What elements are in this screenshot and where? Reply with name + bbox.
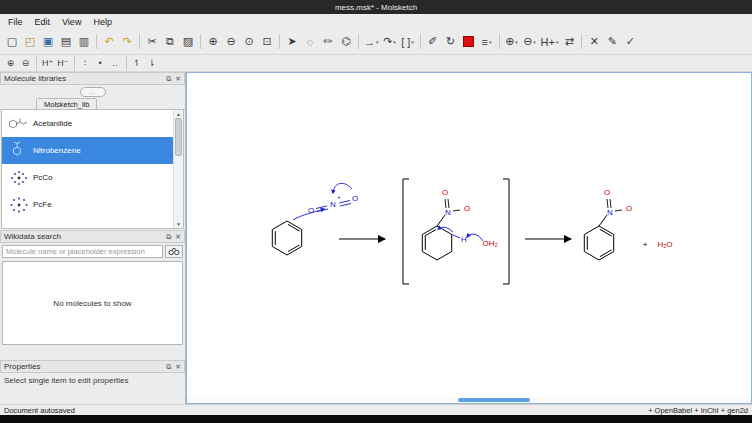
list-item-pcco[interactable]: PcCo (2, 164, 183, 191)
cleanup-tool-icon: ✓ (626, 35, 635, 48)
dropdown-caret-icon: ▾ (376, 39, 379, 45)
atom-label-nitrogen: N (330, 200, 336, 209)
radical-electron-button[interactable]: • (93, 56, 108, 70)
remove-hydrogen-button[interactable]: H⁻ (55, 56, 70, 70)
menu-edit[interactable]: Edit (29, 16, 57, 28)
ring-tool-button[interactable]: ⌬ (337, 32, 355, 52)
export-image-button[interactable]: ▤ (57, 32, 75, 52)
hydrogen-add-icon: H+ (541, 36, 555, 48)
list-item-nitrobenzene[interactable]: Nitrobenzene (2, 137, 183, 164)
new-document-button[interactable]: ▢ (3, 32, 21, 52)
add-hydrogen-button[interactable]: H⁺ (40, 56, 55, 70)
save-document-icon: ▣ (43, 35, 53, 48)
line-width-button[interactable]: ≡▾ (478, 32, 496, 52)
float-panel-icon[interactable]: ⧉ (166, 75, 171, 83)
delete-tool-button[interactable]: ✕ (585, 32, 603, 52)
charge-plus-icon: ⊕ (505, 35, 514, 48)
float-panel-icon[interactable]: ⧉ (166, 233, 171, 241)
mechanism-tool-button[interactable]: ✐ (424, 32, 442, 52)
save-document-button[interactable]: ▣ (39, 32, 57, 52)
open-document-icon: ◰ (25, 35, 35, 48)
draw-tool-button[interactable]: ✏ (319, 32, 337, 52)
diradical-button[interactable]: ‥ (108, 56, 123, 70)
bracket-tool-button[interactable]: [ ]▾ (399, 32, 417, 52)
menu-help[interactable]: Help (87, 16, 118, 28)
cut-button[interactable]: ✂ (143, 32, 161, 52)
float-panel-icon[interactable]: ⧉ (166, 363, 171, 371)
drawing-canvas[interactable]: N + O O (187, 73, 751, 397)
properties-header: Properties ⧉ ✕ (0, 360, 185, 373)
library-button-row: … (0, 85, 185, 98)
toolbar-separator (126, 56, 127, 71)
decrease-charge-button[interactable]: ⊖ (18, 56, 33, 70)
library-list: Acetanilide Nitrobenzene (1, 110, 184, 229)
spin-up-icon: ↿ (133, 58, 141, 68)
close-panel-icon[interactable]: ✕ (175, 363, 181, 371)
lone-pair-icon: ∶ (84, 58, 86, 68)
title-bar[interactable]: mess.msk* - Molsketch (0, 0, 752, 14)
paste-button[interactable]: ▨ (179, 32, 197, 52)
select-tool-button[interactable]: ➤ (283, 32, 301, 52)
optimize-structure-button[interactable]: ↻ (442, 32, 460, 52)
scrollbar-thumb[interactable] (458, 398, 530, 402)
charge-minus-button[interactable]: ⊖▾ (521, 32, 539, 52)
flip-tool-button[interactable]: ⇄ (560, 32, 578, 52)
cleanup-tool-button[interactable]: ✓ (621, 32, 639, 52)
molsketch-window: mess.msk* - Molsketch File Edit View Hel… (0, 0, 752, 423)
hydrogen-add-button[interactable]: H+▾ (539, 32, 561, 52)
atom-label-oxygen: O (626, 204, 632, 213)
edit-tool-button[interactable]: ✎ (603, 32, 621, 52)
scroll-up-icon[interactable]: ▲ (176, 110, 181, 118)
wikidata-search-button[interactable] (165, 245, 183, 258)
library-list-scrollbar[interactable]: ▲ ▼ (173, 110, 183, 228)
dropdown-caret-icon: ▾ (533, 39, 536, 45)
zoom-original-icon: ⊙ (244, 35, 253, 48)
arrow-tool-button[interactable]: →▾ (362, 32, 381, 52)
zoom-out-button[interactable]: ⊖ (222, 32, 240, 52)
charge-plus-button[interactable]: ⊕▾ (503, 32, 521, 52)
scrollbar-thumb[interactable] (175, 118, 182, 156)
wikidata-search-panel: Wikidata search ⧉ ✕ No molecul (0, 230, 185, 360)
decrease-charge-icon: ⊖ (22, 58, 30, 68)
copy-button[interactable]: ⧉ (161, 32, 179, 52)
list-item-pcfe[interactable]: PcFe (2, 191, 183, 218)
list-item-acetanilide[interactable]: Acetanilide (2, 110, 183, 137)
zoom-original-button[interactable]: ⊙ (240, 32, 258, 52)
tab-molsketch-lib[interactable]: Molsketch_lib (36, 98, 97, 109)
zoom-fit-button[interactable]: ⊡ (258, 32, 276, 52)
status-plugins: + OpenBabel + InChI + gen2d (648, 406, 748, 415)
empty-results-message: No molecules to show (53, 299, 131, 308)
wikidata-search-input[interactable] (2, 245, 163, 258)
optimize-structure-icon: ↻ (446, 35, 455, 48)
export-image-icon: ▤ (61, 35, 71, 48)
color-swatch-button[interactable] (460, 32, 478, 52)
close-panel-icon[interactable]: ✕ (175, 75, 181, 83)
spin-down-icon: ⇂ (148, 58, 156, 68)
canvas-horizontal-scrollbar[interactable] (187, 397, 751, 403)
molecule-thumbnail (5, 166, 33, 190)
toolbar-separator (200, 34, 201, 49)
menu-view[interactable]: View (56, 16, 87, 28)
increase-charge-button[interactable]: ⊕ (3, 56, 18, 70)
zoom-fit-icon: ⊡ (262, 35, 271, 48)
add-hydrogen-icon: H⁺ (42, 58, 53, 68)
lasso-tool-button[interactable]: ◌ (301, 32, 319, 52)
scroll-down-icon[interactable]: ▼ (176, 220, 181, 228)
curved-arrow-tool-button[interactable]: ↷▾ (381, 32, 399, 52)
molecule-thumbnail (5, 112, 33, 136)
undo-button[interactable]: ↶ (100, 32, 118, 52)
library-settings-button[interactable]: … (80, 87, 106, 97)
spin-up-button[interactable]: ↿ (130, 56, 145, 70)
properties-hint: Select single item to edit properties (0, 373, 185, 388)
zoom-in-button[interactable]: ⊕ (204, 32, 222, 52)
open-document-button[interactable]: ◰ (21, 32, 39, 52)
atom-label-oxygen: O (604, 188, 610, 197)
spin-down-button[interactable]: ⇂ (145, 56, 160, 70)
redo-button[interactable]: ↷ (118, 32, 136, 52)
status-message: Document autosaved (4, 406, 75, 415)
close-panel-icon[interactable]: ✕ (175, 233, 181, 241)
lone-pair-button[interactable]: ∶ (78, 56, 93, 70)
properties-panel: Properties ⧉ ✕ Select single item to edi… (0, 360, 185, 404)
print-button[interactable]: ▥ (75, 32, 93, 52)
menu-file[interactable]: File (2, 16, 29, 28)
